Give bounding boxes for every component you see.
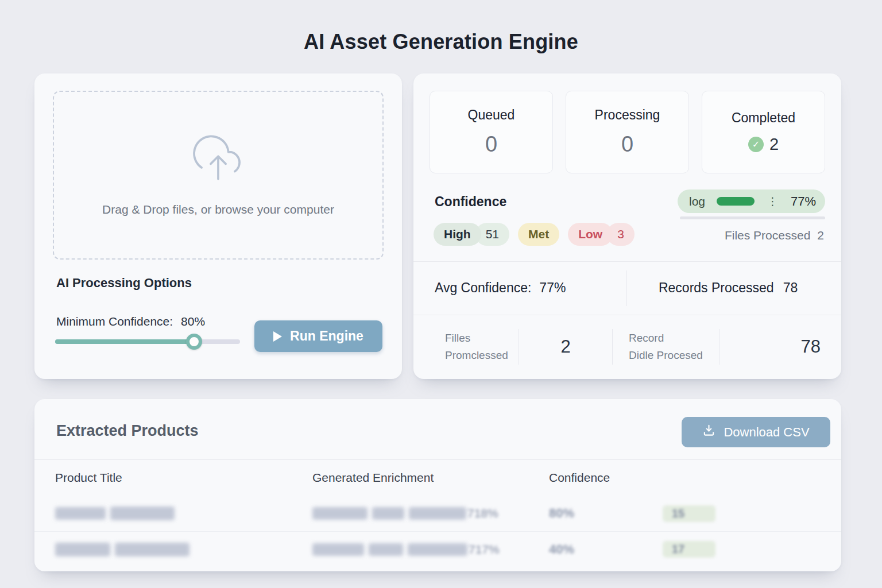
- footer-records-label: Record Didle Procesed: [613, 330, 719, 365]
- summary-row: Avg Confidence:77% Records Processed78: [413, 261, 841, 315]
- log-label: log: [689, 195, 705, 208]
- badge-low: Low 3: [568, 223, 635, 246]
- confidence-slider-thumb[interactable]: [186, 334, 202, 350]
- badge-met: Met: [518, 223, 559, 246]
- badge-high: High 51: [434, 223, 509, 246]
- confidence-slider-track[interactable]: [55, 339, 240, 344]
- avg-confidence-value: 77%: [539, 280, 566, 295]
- confidence-badges: High 51 Met Low 3: [434, 223, 635, 246]
- log-percent: 77%: [791, 194, 816, 209]
- footer-records-value: 78: [719, 336, 841, 357]
- log-progress-bar: [717, 197, 755, 206]
- download-icon: [702, 424, 715, 440]
- stat-processing: Processing 0: [566, 91, 689, 173]
- footer-files-line1: Filles: [445, 330, 519, 347]
- enrichment-tail: 717%: [469, 543, 500, 556]
- score-badge: 15: [663, 505, 715, 522]
- files-processed: Files Processed2: [718, 229, 824, 242]
- min-confidence-label: Minimum Confidence:80%: [56, 315, 205, 328]
- check-circle-icon: ✓: [748, 137, 764, 152]
- avg-confidence: Avg Confidence:77%: [413, 280, 626, 296]
- files-processed-label: Files Processed: [725, 229, 810, 242]
- table-header-row: Product Title Generated Enrichment Confi…: [34, 460, 841, 496]
- stat-queued-value: 0: [485, 132, 497, 157]
- page-title: AI Asset Generation Engine: [0, 30, 882, 54]
- avg-confidence-label: Avg Confidence:: [435, 280, 531, 295]
- play-icon: [273, 331, 282, 342]
- processing-options-heading: AI Processing Options: [56, 276, 192, 291]
- column-confidence: Confidence: [549, 471, 663, 485]
- records-processed-label: Records Processed: [659, 280, 774, 295]
- file-dropzone[interactable]: Drag & Drop files, or browse your comput…: [53, 91, 384, 260]
- redacted-enrichment-text: 718%: [312, 506, 549, 520]
- dropzone-text: Drag & Drop files, or browse your comput…: [102, 203, 334, 216]
- row-confidence: 40%: [549, 542, 574, 556]
- redacted-product-title: [55, 506, 312, 520]
- footer-files-label: Filles Promclessed: [413, 330, 519, 365]
- table-row[interactable]: 717% 40% 17: [34, 531, 841, 567]
- row-confidence: 80%: [549, 506, 574, 520]
- run-engine-label: Run Engine: [290, 328, 363, 344]
- download-csv-label: Download CSV: [724, 425, 809, 440]
- footer-files-value: 2: [519, 336, 612, 357]
- enrichment-tail: 718%: [467, 506, 498, 520]
- min-confidence-value: 80%: [181, 315, 205, 328]
- products-heading: Extracted Products: [56, 422, 199, 440]
- vertical-ellipsis-icon[interactable]: ⋮: [767, 195, 778, 208]
- files-processed-value: 2: [817, 229, 824, 242]
- confidence-heading: Confidence: [435, 194, 506, 210]
- download-csv-button[interactable]: Download CSV: [682, 417, 830, 447]
- footer-records-line1: Record: [629, 330, 719, 347]
- column-product-title: Product Title: [34, 471, 312, 485]
- stats-row: Queued 0 Processing 0 Completed ✓ 2: [430, 91, 825, 173]
- extracted-products-card: Extracted Products Download CSV Product …: [34, 399, 841, 571]
- stat-processing-label: Processing: [595, 107, 660, 123]
- stat-completed-value: 2: [769, 135, 779, 154]
- column-generated-enrichment: Generated Enrichment: [312, 471, 549, 485]
- footer-stats-row: Filles Promclessed 2 Record Didle Proces…: [413, 315, 841, 379]
- log-progress-track: [680, 216, 825, 219]
- redacted-enrichment-text: 717%: [312, 543, 549, 556]
- log-progress-pill: log ⋮ 77%: [678, 189, 825, 213]
- status-card: Queued 0 Processing 0 Completed ✓ 2 Conf…: [413, 74, 841, 379]
- stat-completed-label: Completed: [732, 110, 795, 126]
- stat-completed: Completed ✓ 2: [702, 91, 825, 173]
- upload-card: Drag & Drop files, or browse your comput…: [34, 74, 402, 379]
- footer-records-line2: Didle Procesed: [629, 347, 719, 364]
- cloud-upload-icon: [189, 134, 247, 183]
- records-processed-value: 78: [783, 280, 798, 295]
- badge-low-label: Low: [568, 223, 613, 246]
- badge-high-label: High: [434, 223, 481, 246]
- min-confidence-text: Minimum Confidence:: [56, 315, 173, 328]
- stat-processing-value: 0: [621, 132, 633, 157]
- score-badge: 17: [663, 541, 715, 558]
- run-engine-button[interactable]: Run Engine: [254, 320, 382, 352]
- stat-queued: Queued 0: [430, 91, 553, 173]
- table-row[interactable]: 718% 80% 15: [34, 496, 841, 531]
- stat-queued-label: Queued: [468, 107, 515, 123]
- confidence-slider-fill: [55, 339, 194, 344]
- footer-files-line2: Promclessed: [445, 347, 519, 364]
- redacted-product-title: [55, 543, 312, 556]
- records-processed: Records Processed78: [627, 280, 841, 296]
